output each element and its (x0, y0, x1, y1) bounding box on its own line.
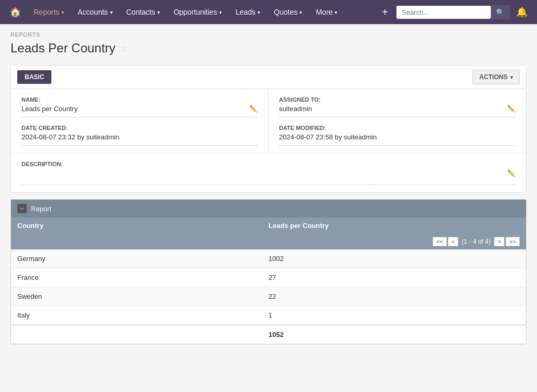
country-cell: Germany (17, 255, 268, 263)
search-wrap: 🔍 (396, 5, 510, 19)
table-row: Sweden 22 (11, 287, 526, 306)
date-modified-value: 2024-08-07 23:58 by suiteadmin (279, 133, 377, 141)
table-col-header: Country Leads per Country (11, 217, 526, 234)
nav-reports[interactable]: Reports ▾ (27, 0, 70, 24)
nav-leads[interactable]: Leads ▾ (229, 0, 266, 24)
leads-cell: 22 (268, 292, 520, 300)
search-button[interactable]: 🔍 (491, 5, 510, 19)
nav-quotes[interactable]: Quotes ▾ (267, 0, 308, 24)
assigned-value: suiteadmin (279, 105, 312, 113)
name-label: NAME: (22, 96, 257, 103)
leads-cell: 1002 (268, 255, 520, 263)
favorite-star-icon[interactable]: ☆ (120, 42, 128, 54)
next-page-button[interactable]: > (494, 237, 504, 246)
date-created-value: 2024-08-07 23:32 by suiteadmin (22, 133, 119, 141)
total-value: 1052 (268, 331, 520, 339)
first-page-button[interactable]: << (433, 237, 447, 246)
description-edit-icon[interactable]: ✏️ (507, 169, 515, 180)
name-edit-icon[interactable]: ✏️ (249, 105, 257, 113)
country-cell: France (17, 274, 268, 281)
total-label (17, 331, 268, 339)
prev-page-button[interactable]: < (448, 237, 458, 246)
search-input[interactable] (396, 6, 491, 19)
country-cell: Sweden (17, 292, 268, 300)
add-button[interactable]: + (379, 6, 391, 18)
right-field-col: ASSIGNED TO: suiteadmin ✏️ DATE MODIFIED… (268, 89, 526, 153)
description-label: DESCRIPTION: (22, 161, 515, 167)
nav-more[interactable]: More ▾ (309, 0, 343, 24)
page-title: Leads Per Country ☆ (10, 41, 527, 56)
pagination-info: (1 - 4 of 4) (461, 238, 490, 245)
name-value-row: Leads per Country ✏️ (22, 105, 257, 117)
date-created-label: DATE CREATED: (22, 125, 257, 131)
left-field-col: NAME: Leads per Country ✏️ DATE CREATED:… (11, 89, 268, 153)
country-cell: Italy (17, 311, 268, 319)
more-caret-icon: ▾ (335, 9, 337, 15)
table-row: Germany 1002 (11, 249, 526, 268)
col-country-header: Country (17, 222, 268, 230)
description-section: DESCRIPTION: ✏️ (11, 153, 526, 192)
page-header: REPORTS Leads Per Country ☆ (0, 24, 537, 59)
date-modified-label: DATE MODIFIED: (279, 125, 515, 131)
table-row: Italy 1 (11, 306, 526, 325)
home-icon[interactable]: 🏠 (4, 6, 26, 18)
col-leads-header: Leads per Country (268, 222, 520, 230)
total-row: 1052 (11, 325, 526, 344)
name-value: Leads per Country (22, 105, 78, 113)
reports-caret-icon: ▾ (61, 9, 64, 15)
pagination-row: << < (1 - 4 of 4) > >> (11, 234, 526, 249)
accounts-caret-icon: ▾ (110, 9, 113, 15)
assigned-edit-icon[interactable]: ✏️ (507, 105, 515, 113)
leads-cell: 27 (268, 274, 520, 281)
detail-card: BASIC ACTIONS ▾ NAME: Leads per Country … (10, 65, 527, 193)
report-section: − Report Country Leads per Country << < … (10, 199, 527, 344)
report-section-title: Report (31, 205, 51, 213)
assigned-label: ASSIGNED TO: (279, 96, 515, 103)
notification-bell-icon[interactable]: 🔔 (511, 6, 533, 18)
last-page-button[interactable]: >> (506, 237, 520, 246)
basic-tab[interactable]: BASIC (17, 70, 51, 84)
navbar: 🏠 Reports ▾ Accounts ▾ Contacts ▾ Opport… (0, 0, 537, 24)
description-value-row: ✏️ (22, 169, 515, 185)
table-row: France 27 (11, 268, 526, 287)
breadcrumb: REPORTS (10, 31, 527, 38)
leads-caret-icon: ▾ (257, 9, 260, 15)
fields-grid: NAME: Leads per Country ✏️ DATE CREATED:… (11, 89, 526, 153)
opportunities-caret-icon: ▾ (219, 9, 222, 15)
quotes-caret-icon: ▾ (299, 9, 302, 15)
nav-contacts[interactable]: Contacts ▾ (120, 0, 166, 24)
contacts-caret-icon: ▾ (157, 9, 160, 15)
nav-opportunities[interactable]: Opportunities ▾ (167, 0, 228, 24)
card-header: BASIC ACTIONS ▾ (11, 66, 526, 89)
report-header: − Report (11, 200, 526, 217)
assigned-value-row: suiteadmin ✏️ (279, 105, 515, 117)
collapse-button[interactable]: − (17, 204, 27, 213)
date-modified-value-row: 2024-08-07 23:58 by suiteadmin (279, 133, 515, 146)
actions-button[interactable]: ACTIONS ▾ (472, 70, 520, 84)
leads-cell: 1 (268, 311, 520, 319)
date-created-value-row: 2024-08-07 23:32 by suiteadmin (22, 133, 257, 146)
nav-accounts[interactable]: Accounts ▾ (71, 0, 119, 24)
actions-caret-icon: ▾ (510, 74, 513, 80)
